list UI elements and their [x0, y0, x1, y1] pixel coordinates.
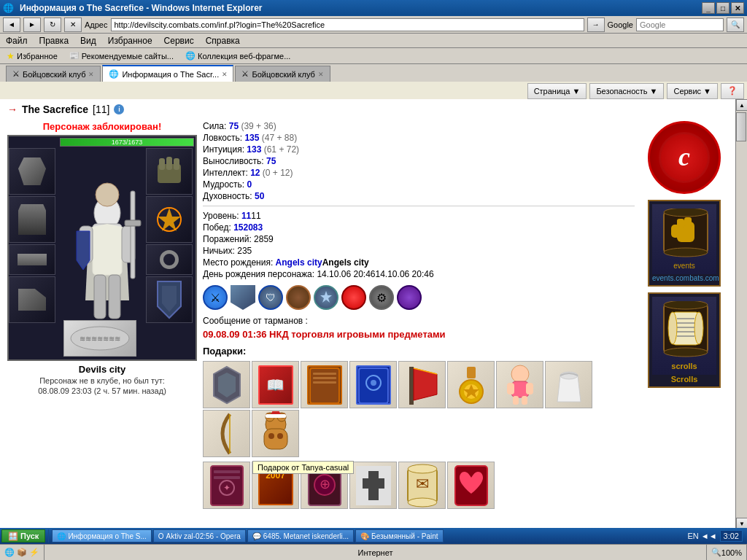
gift-4[interactable] — [349, 361, 397, 408]
blocked-text: Персонаж заблокирован! — [7, 121, 197, 132]
tab-close-1[interactable]: ✕ — [222, 71, 228, 78]
belt-slot[interactable] — [9, 244, 55, 275]
tab-close-2[interactable]: ✕ — [318, 71, 324, 78]
main-layout: Персонаж заблокирован! 1673/1673 — [7, 121, 728, 509]
gift-heart[interactable] — [447, 462, 495, 509]
helmet-slot[interactable] — [9, 148, 55, 195]
scrolls-banner[interactable]: scrolls Scrolls — [648, 292, 721, 388]
badge-7[interactable] — [397, 285, 422, 310]
combats-logo[interactable]: c — [648, 121, 721, 194]
menu-favorites[interactable]: Избранное — [105, 34, 155, 47]
forward-button[interactable]: ► — [23, 18, 41, 32]
svg-point-66 — [408, 464, 437, 473]
close-button[interactable]: ✕ — [731, 2, 744, 14]
gift-5[interactable] — [398, 361, 446, 408]
menu-edit[interactable]: Правка — [36, 34, 72, 47]
gift-8[interactable] — [545, 361, 592, 408]
tab-close-0[interactable]: ✕ — [88, 71, 94, 78]
spirit-value: 50 — [255, 191, 264, 201]
gift-2[interactable]: 📖 — [252, 361, 299, 408]
events-link[interactable]: events.combats.com — [652, 274, 716, 282]
menu-view[interactable]: Вид — [77, 34, 99, 47]
gift-cross[interactable] — [349, 462, 397, 509]
svg-rect-41 — [526, 383, 533, 394]
portrait-area: 1673/1673 — [7, 135, 197, 361]
collection-icon: 🌐 — [185, 51, 196, 61]
window-controls[interactable]: _ □ ✕ — [702, 2, 744, 14]
recommended-sites[interactable]: 📰 Рекомендуемые сайты... — [66, 49, 177, 63]
intuition-value: 133 — [247, 144, 263, 155]
taskbar-item-3[interactable]: 🎨 Безымянный - Paint — [355, 529, 443, 542]
svg-point-52 — [268, 433, 274, 439]
weapon-slot[interactable] — [146, 196, 193, 243]
svg-rect-13 — [166, 157, 172, 170]
menu-tools[interactable]: Сервис — [161, 34, 197, 47]
left-column: Персонаж заблокирован! 1673/1673 — [7, 121, 197, 509]
gift-svg-6 — [452, 364, 490, 406]
back-button[interactable]: ◄ — [3, 18, 20, 32]
gifts-label: Подарки: — [203, 346, 635, 357]
svg-point-83 — [668, 312, 677, 344]
help-button[interactable]: ❓ — [721, 83, 744, 99]
address-input[interactable] — [111, 18, 584, 31]
armor-slot[interactable] — [9, 196, 55, 243]
gift-scroll[interactable]: ✉ — [398, 462, 446, 509]
gift-1[interactable] — [203, 361, 250, 408]
hp-max: 1673 — [128, 139, 142, 146]
badge-6[interactable]: ⚙ — [369, 285, 394, 310]
badge-0[interactable]: ⚔ — [203, 285, 228, 310]
gift-bear[interactable]: Подарок от Tanya-casual — [252, 410, 299, 457]
info-icon[interactable]: i — [114, 104, 124, 114]
badge-3[interactable] — [286, 285, 311, 310]
gift-7[interactable] — [496, 361, 543, 408]
tab-2[interactable]: ⚔ Бойцовский клуб ✕ — [235, 66, 330, 82]
badge-1[interactable] — [231, 285, 255, 310]
vertical-scrollbar[interactable]: ▲ ▼ — [735, 99, 747, 529]
belt-shape — [18, 254, 47, 265]
search-button[interactable]: 🔍 — [727, 18, 744, 32]
minimize-button[interactable]: _ — [702, 2, 715, 14]
badge-4[interactable] — [314, 285, 338, 310]
gift-svg-5 — [403, 364, 441, 406]
tab-0[interactable]: ⚔ Бойцовский клуб ✕ — [6, 66, 101, 82]
tab-1[interactable]: 🌐 Информация о The Sacr... ✕ — [102, 65, 233, 82]
scroll-thumb[interactable] — [736, 112, 746, 141]
gift-bow[interactable] — [203, 410, 250, 457]
refresh-button[interactable]: ↻ — [44, 18, 61, 32]
web-collection[interactable]: 🌐 Коллекция веб-фрагме... — [182, 49, 294, 63]
stop-button[interactable]: ✕ — [64, 18, 82, 32]
events-svg — [657, 209, 715, 260]
gift-dark-book[interactable]: ✦ — [203, 462, 250, 509]
service-button[interactable]: Сервис ▼ — [667, 83, 718, 99]
go-button[interactable]: → — [587, 18, 605, 32]
search-input[interactable] — [636, 18, 724, 31]
badge-5[interactable] — [341, 285, 366, 310]
gloves-slot[interactable] — [146, 148, 193, 195]
menu-help[interactable]: Справка — [203, 34, 243, 47]
ring-slot[interactable] — [146, 244, 193, 275]
badge-2[interactable]: 🛡 — [258, 285, 283, 310]
shield-slot[interactable] — [146, 276, 193, 323]
taskbar-item-1[interactable]: O Aktiv zal-02:56 - Opera — [153, 529, 246, 542]
stat-endurance: Выносливость: 75 — [203, 156, 635, 166]
birthday-value: 14.10.06 20:46 — [317, 269, 375, 279]
menu-file[interactable]: Файл — [3, 34, 31, 47]
gift-6[interactable] — [447, 361, 495, 408]
page-button[interactable]: Страница ▼ — [527, 83, 587, 99]
gift-svg-8 — [550, 364, 588, 406]
taskbar-item-0[interactable]: 🌐 Информация о The S... — [52, 529, 151, 542]
maximize-button[interactable]: □ — [716, 2, 729, 14]
gift-3[interactable] — [301, 361, 348, 408]
svg-point-67 — [408, 498, 437, 507]
start-button[interactable]: 🪟 Пуск — [1, 529, 45, 542]
security-button[interactable]: Безопасность ▼ — [589, 83, 664, 99]
scroll-up-button[interactable]: ▲ — [736, 99, 747, 111]
boots-slot[interactable] — [9, 276, 55, 323]
scroll-track[interactable] — [736, 111, 747, 518]
message-block: Сообщение от тарманов : 09.08.09 01:36 Н… — [203, 316, 635, 340]
taskbar: 🪟 Пуск 🌐 Информация о The S... O Aktiv z… — [0, 528, 747, 544]
events-banner[interactable]: events events.combats.com — [648, 200, 721, 287]
taskbar-item-2[interactable]: 💬 6485. Metanet iskenderli... — [247, 529, 354, 542]
favorites-button[interactable]: ★ Избранное — [3, 49, 61, 63]
taskbar-divider — [48, 529, 49, 542]
